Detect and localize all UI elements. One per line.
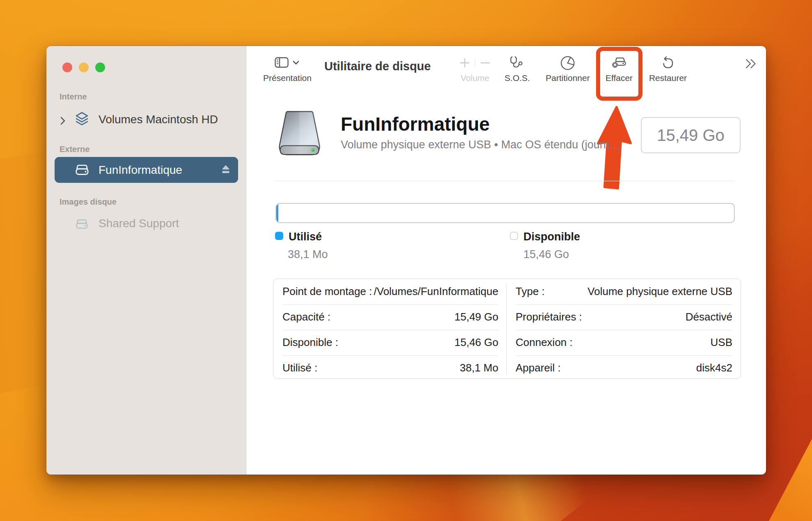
close-button[interactable] xyxy=(62,62,72,72)
info-label: Appareil : xyxy=(516,362,561,374)
zoom-button[interactable] xyxy=(95,62,105,72)
sidebar-section-externe: Externe xyxy=(60,145,89,154)
info-value: /Volumes/FunInformatique xyxy=(374,285,499,298)
volume-subtitle: Volume physique externe USB • Mac OS éte… xyxy=(341,138,625,151)
info-table-divider xyxy=(506,283,507,374)
info-label: Propriétaires : xyxy=(516,311,582,323)
legend-free-label: Disponible xyxy=(523,231,580,243)
restore-button[interactable]: Restaurer xyxy=(649,53,687,83)
legend-used-label: Utilisé xyxy=(289,231,322,243)
info-label: Capacité : xyxy=(282,311,330,323)
sos-button[interactable]: S.O.S. xyxy=(505,53,530,83)
pie-chart-icon xyxy=(546,53,590,72)
info-row-mount-point: Point de montage : /Volumes/FunInformati… xyxy=(282,279,498,304)
legend-used-value: 38,1 Mo xyxy=(288,248,328,261)
info-value: USB xyxy=(711,336,732,349)
sidebar-item-label: Shared Support xyxy=(99,217,179,230)
info-row-type: Type : Volume physique externe USB xyxy=(516,279,732,304)
toolbar-overflow-button[interactable] xyxy=(745,58,757,71)
info-value: Désactivé xyxy=(686,311,732,323)
info-row-available: Disponible : 15,46 Go xyxy=(282,330,498,355)
chevron-right-icon[interactable] xyxy=(60,116,66,127)
external-drive-image xyxy=(276,111,323,160)
wallpaper-corner-triangle xyxy=(769,439,812,521)
info-value: Volume physique externe USB xyxy=(587,285,732,298)
info-label: Connexion : xyxy=(516,336,573,349)
main-pane: Présentation Utilitaire de disque Volume… xyxy=(246,46,766,475)
legend-used-swatch xyxy=(275,232,283,240)
toolbar-label: Présentation xyxy=(263,73,312,83)
toolbar-label: Volume xyxy=(460,73,491,83)
capacity-bar-used-segment xyxy=(276,204,278,222)
volume-stack-icon xyxy=(76,112,88,128)
volume-title: FunInformatique xyxy=(341,113,490,135)
info-value: 38,1 Mo xyxy=(460,362,498,374)
sidebar: Interne Volumes Macintosh HD Externe Fun… xyxy=(46,46,246,475)
sidebar-panel-icon xyxy=(263,53,312,72)
info-row-device: Appareil : disk4s2 xyxy=(516,355,732,380)
info-row-owners: Propriétaires : Désactivé xyxy=(516,304,732,330)
disk-utility-window: Interne Volumes Macintosh HD Externe Fun… xyxy=(46,46,766,475)
sidebar-section-interne: Interne xyxy=(60,92,87,101)
external-drive-icon xyxy=(75,164,89,177)
toolbar-label: Restaurer xyxy=(649,73,687,83)
info-row-connection: Connexion : USB xyxy=(516,330,732,355)
restore-arrow-icon xyxy=(649,53,687,72)
traffic-lights xyxy=(62,62,105,72)
info-row-used: Utilisé : 38,1 Mo xyxy=(282,355,498,380)
sidebar-item-macintosh-hd[interactable]: Volumes Macintosh HD xyxy=(46,113,246,131)
toolbar-label: Partitionner xyxy=(546,73,590,83)
sidebar-item-label: Volumes Macintosh HD xyxy=(99,113,218,126)
info-label: Utilisé : xyxy=(282,362,317,374)
info-label: Disponible : xyxy=(282,336,338,349)
info-value: disk4s2 xyxy=(696,362,732,374)
info-row-capacity: Capacité : 15,49 Go xyxy=(282,304,498,330)
plus-minus-icon xyxy=(460,53,491,72)
partition-button[interactable]: Partitionner xyxy=(546,53,590,83)
disk-image-icon xyxy=(76,219,88,230)
legend-free-swatch xyxy=(510,232,518,240)
header-divider xyxy=(274,181,735,181)
legend-free-value: 15,46 Go xyxy=(523,248,569,261)
sidebar-section-images-disque: Images disque xyxy=(60,197,117,207)
info-value: 15,49 Go xyxy=(454,311,498,323)
sidebar-item-shared-support[interactable]: Shared Support xyxy=(46,217,246,235)
eject-icon[interactable] xyxy=(221,165,230,176)
annotation-highlight-box xyxy=(596,47,642,101)
capacity-badge: 15,49 Go xyxy=(641,117,741,153)
toolbar-label: S.O.S. xyxy=(505,73,530,83)
minimize-button[interactable] xyxy=(79,62,89,72)
sidebar-item-funinformatique[interactable]: FunInformatique xyxy=(55,157,238,183)
window-title: Utilitaire de disque xyxy=(324,60,431,73)
sidebar-item-label: FunInformatique xyxy=(99,164,182,177)
volume-add-remove-button[interactable]: Volume xyxy=(460,53,491,83)
info-value: 15,46 Go xyxy=(454,336,498,349)
info-label: Type : xyxy=(516,285,545,298)
volume-info-table: Point de montage : /Volumes/FunInformati… xyxy=(273,279,741,379)
capacity-bar xyxy=(275,203,735,223)
presentation-button[interactable]: Présentation xyxy=(263,53,312,83)
info-label: Point de montage : xyxy=(282,285,372,298)
stethoscope-icon xyxy=(505,53,530,72)
